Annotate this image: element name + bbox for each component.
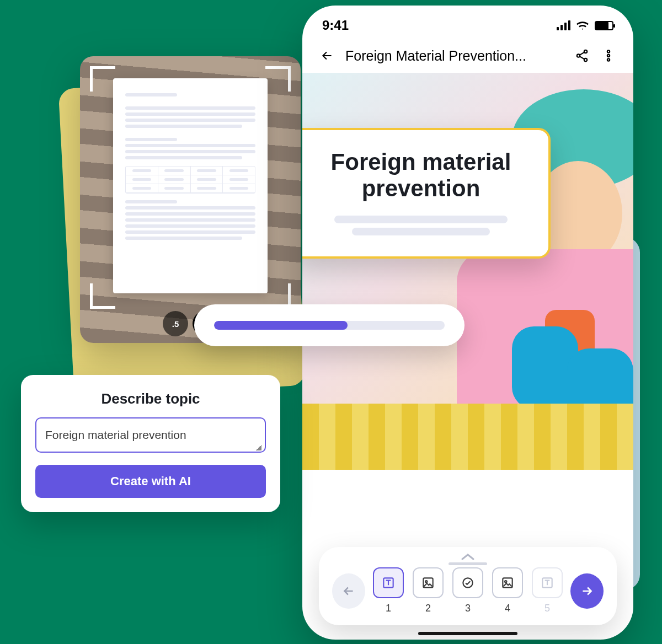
status-time: 9:41	[322, 18, 349, 33]
back-button[interactable]	[319, 47, 335, 64]
text-icon	[532, 567, 563, 598]
screen-title: Foreign Material Prevention...	[345, 48, 564, 64]
scan-frame-corner	[90, 283, 115, 309]
battery-icon	[595, 21, 613, 30]
slide-number: 3	[465, 603, 471, 614]
signal-icon	[557, 20, 570, 30]
topic-input[interactable]	[35, 417, 266, 453]
scan-frame-corner	[90, 66, 115, 92]
wifi-icon	[576, 20, 589, 30]
document-scan-preview: .5 1x	[80, 56, 301, 343]
image-icon	[413, 567, 444, 598]
ai-card-heading: Describe topic	[35, 390, 266, 407]
svg-point-4	[607, 55, 610, 57]
svg-point-5	[607, 58, 610, 61]
svg-point-3	[607, 50, 610, 52]
progress-fill	[214, 321, 348, 330]
svg-point-8	[425, 581, 427, 582]
svg-point-2	[584, 58, 587, 61]
lesson-title-card: Foreign material prevention	[302, 128, 551, 259]
svg-point-1	[577, 54, 580, 57]
slide-number: 4	[505, 603, 510, 614]
check-icon	[452, 567, 483, 598]
lesson-title: Foreign material prevention	[310, 149, 532, 202]
skeleton-line	[352, 228, 489, 235]
home-indicator	[418, 632, 517, 635]
slide-number: 1	[386, 603, 391, 614]
scanned-doc-table	[125, 166, 255, 194]
slide-thumb-1[interactable]: 1	[373, 567, 404, 614]
phone-app-header: Foreign Material Prevention...	[302, 39, 633, 73]
next-slide-button[interactable]	[570, 573, 604, 609]
skeleton-line	[334, 216, 508, 223]
zoom-option-half[interactable]: .5	[163, 311, 188, 336]
slide-thumb-4[interactable]: 4	[492, 567, 523, 614]
sheet-handle[interactable]	[449, 562, 487, 565]
slide-navigator-sheet: 12345	[319, 547, 617, 625]
ai-create-card: Describe topic Create with AI	[21, 375, 280, 512]
svg-point-9	[463, 578, 472, 587]
svg-point-11	[505, 581, 506, 582]
hero-image: Foreign material prevention	[302, 73, 633, 470]
generation-progress	[194, 304, 465, 346]
status-bar: 9:41	[302, 6, 633, 39]
prev-slide-button[interactable]	[332, 573, 365, 609]
canvas: .5 1x 9:41 Foreign Material Prevention..…	[0, 0, 662, 644]
more-button[interactable]	[600, 47, 617, 64]
slide-thumb-2[interactable]: 2	[413, 567, 444, 614]
slide-thumbnails: 12345	[373, 567, 563, 614]
image-icon	[492, 567, 523, 598]
text-icon	[373, 567, 404, 598]
share-button[interactable]	[574, 47, 590, 64]
scanned-document	[113, 78, 268, 293]
svg-point-0	[584, 50, 587, 53]
progress-track	[214, 321, 445, 330]
slide-number: 5	[544, 603, 550, 614]
slide-thumb-3[interactable]: 3	[452, 567, 483, 614]
chevron-up-icon[interactable]	[460, 552, 476, 561]
slide-thumb-5[interactable]: 5	[532, 567, 563, 614]
scan-frame-corner	[265, 66, 291, 92]
create-with-ai-button[interactable]: Create with AI	[35, 465, 266, 498]
slide-number: 2	[425, 603, 431, 614]
